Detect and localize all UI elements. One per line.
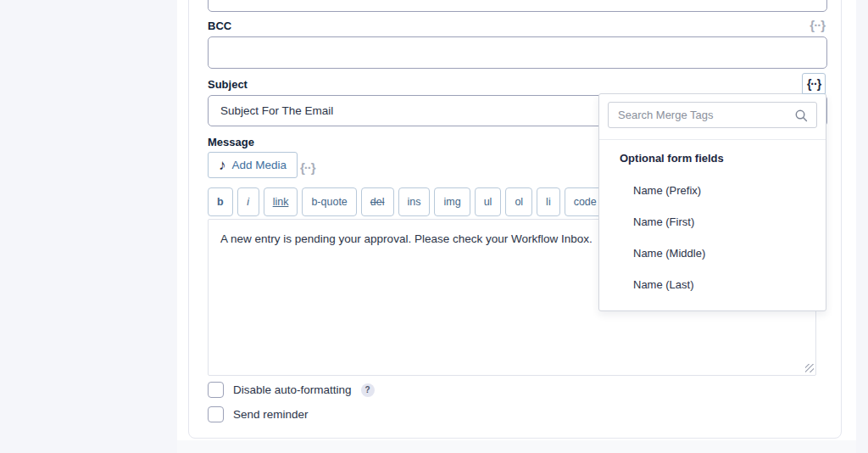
disable-autoformat-checkbox[interactable]: [208, 382, 224, 398]
merge-tags-search-input[interactable]: [608, 102, 817, 128]
merge-tags-list: Name (Prefix) Name (First) Name (Middle)…: [599, 175, 826, 300]
subject-merge-tag-button[interactable]: {··}: [802, 73, 826, 94]
qt-link-button[interactable]: link: [264, 187, 298, 216]
send-reminder-row: Send reminder: [208, 406, 309, 422]
bcc-input[interactable]: [208, 36, 827, 69]
send-reminder-label: Send reminder: [233, 408, 309, 421]
subject-label: Subject: [208, 78, 248, 91]
merge-tags-search-section: [599, 94, 826, 140]
qt-ul-button[interactable]: ul: [475, 187, 502, 216]
add-media-label: Add Media: [232, 159, 287, 171]
disable-autoformat-label: Disable auto-formatting: [233, 383, 352, 396]
qt-del-button[interactable]: del: [361, 187, 394, 216]
help-icon[interactable]: ?: [361, 383, 375, 397]
merge-tag-item-name-first[interactable]: Name (First): [599, 206, 826, 238]
merge-tag-item-name-last[interactable]: Name (Last): [599, 269, 826, 300]
qt-bold-button[interactable]: b: [208, 187, 233, 216]
media-note-icon: ♪: [219, 158, 226, 172]
disable-autoformat-row: Disable auto-formatting ?: [208, 382, 375, 398]
qt-img-button[interactable]: img: [434, 187, 470, 216]
merge-tag-item-name-middle[interactable]: Name (Middle): [599, 238, 826, 269]
qt-ol-button[interactable]: ol: [505, 187, 532, 216]
search-icon: [794, 109, 809, 126]
merge-tags-dropdown: Optional form fields Name (Prefix) Name …: [598, 93, 826, 311]
bcc-label: BCC: [208, 20, 231, 32]
merge-tag-item-name-prefix[interactable]: Name (Prefix): [599, 175, 826, 206]
top-partial-input[interactable]: [208, 0, 827, 12]
bcc-merge-tag-icon[interactable]: {··}: [810, 19, 825, 31]
qt-bquote-button[interactable]: b-quote: [302, 187, 356, 216]
send-reminder-checkbox[interactable]: [208, 406, 224, 422]
message-label: Message: [208, 136, 254, 148]
qt-li-button[interactable]: li: [537, 187, 560, 216]
below-panel-strip: [177, 440, 856, 453]
message-merge-tag-icon[interactable]: {··}: [300, 161, 315, 174]
qt-ins-button[interactable]: ins: [398, 187, 431, 216]
merge-tags-group-label: Optional form fields: [620, 152, 826, 165]
add-media-button[interactable]: ♪ Add Media: [208, 152, 298, 178]
qt-italic-button[interactable]: i: [237, 187, 259, 216]
